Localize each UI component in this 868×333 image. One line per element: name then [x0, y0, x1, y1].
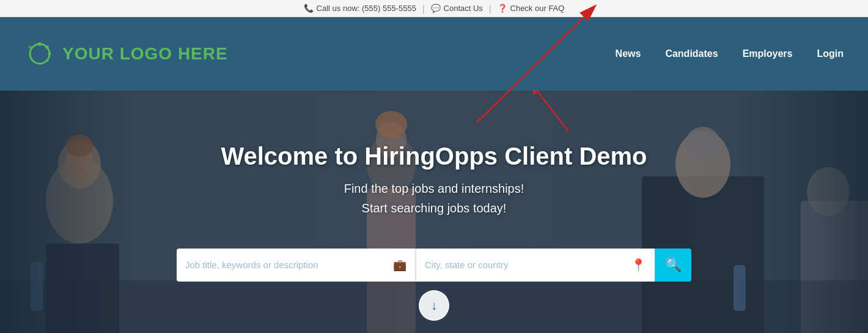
nav-employers[interactable]: Employers — [743, 48, 793, 59]
nav-links: News Candidates Employers Login — [616, 48, 844, 59]
nav-login[interactable]: Login — [817, 48, 844, 59]
job-search-wrap: 💼 — [177, 249, 415, 282]
hero-content: Welcome to HiringOpps Client Demo Find t… — [221, 143, 647, 218]
location-search-wrap: 📍 — [416, 249, 655, 282]
logo-text: YOUR LOGO HERE — [62, 44, 228, 64]
phone-item: 📞 Call us now: (555) 555-5555 — [304, 4, 416, 13]
scroll-down-button[interactable]: ↓ — [419, 290, 449, 321]
svg-point-5 — [29, 46, 32, 49]
faq-link[interactable]: ❓ Check our FAQ — [498, 4, 565, 13]
nav-news[interactable]: News — [616, 48, 641, 59]
nav-candidates[interactable]: Candidates — [665, 48, 718, 59]
chat-icon: 💬 — [431, 4, 441, 13]
location-pin-icon: 📍 — [631, 258, 646, 272]
contact-us-link[interactable]: 💬 Contact Us — [431, 4, 483, 13]
job-search-input[interactable] — [185, 260, 387, 270]
phone-text: Call us now: (555) 555-5555 — [317, 4, 416, 13]
hero-subtitle: Find the top jobs and internships! Start… — [221, 179, 647, 218]
faq-label: Check our FAQ — [510, 4, 565, 13]
separator-1: | — [422, 4, 425, 13]
logo-area: YOUR LOGO HERE — [24, 39, 616, 69]
logo-icon — [24, 39, 55, 69]
top-bar: 📞 Call us now: (555) 555-5555 | 💬 Contac… — [0, 0, 868, 17]
nav-bar: YOUR LOGO HERE News Candidates Employers… — [0, 17, 868, 91]
svg-point-4 — [46, 59, 49, 62]
svg-point-1 — [38, 42, 42, 46]
search-magnifier-icon: 🔍 — [665, 257, 682, 273]
svg-point-2 — [45, 45, 49, 49]
faq-icon: ❓ — [498, 4, 507, 13]
contact-us-label: Contact Us — [444, 4, 483, 13]
chevron-down-icon: ↓ — [431, 299, 437, 313]
separator-2: | — [489, 4, 491, 13]
hero-subtitle-line2: Start searching jobs today! — [362, 201, 507, 215]
search-bar: 💼 📍 🔍 — [177, 249, 691, 282]
location-search-input[interactable] — [425, 260, 625, 270]
svg-point-3 — [48, 53, 51, 56]
hero-subtitle-line1: Find the top jobs and internships! — [344, 182, 524, 195]
search-button[interactable]: 🔍 — [655, 249, 691, 282]
briefcase-icon: 💼 — [393, 258, 406, 272]
hero-section: Welcome to HiringOpps Client Demo Find t… — [0, 91, 868, 333]
phone-icon: 📞 — [304, 4, 314, 13]
hero-title: Welcome to HiringOpps Client Demo — [221, 143, 647, 170]
